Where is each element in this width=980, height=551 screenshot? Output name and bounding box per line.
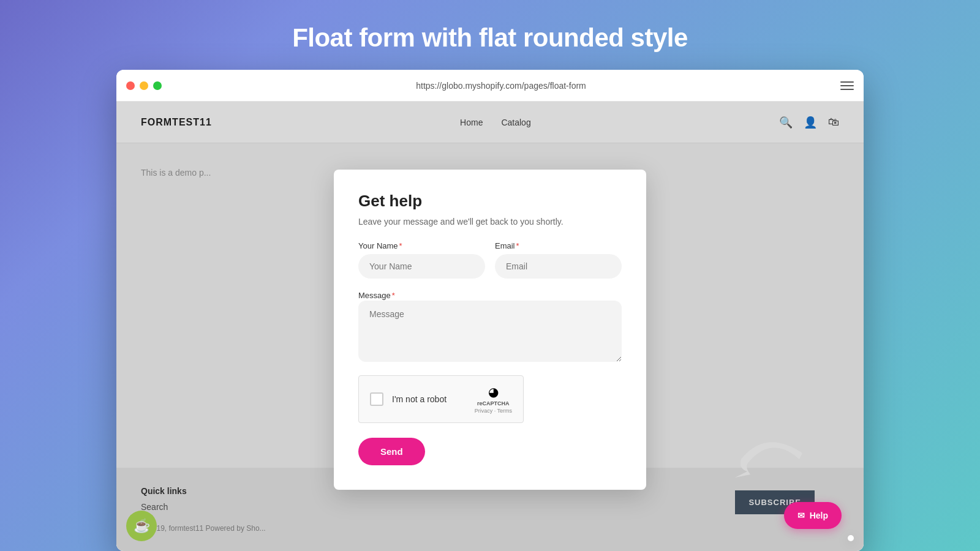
shopify-logo-glyph: ☕ — [134, 518, 150, 534]
name-input[interactable] — [358, 254, 485, 279]
help-button[interactable]: ✉ Help — [784, 502, 842, 529]
page-title: Float form with flat rounded style — [292, 23, 688, 53]
email-required-star: * — [516, 241, 519, 250]
help-button-wrapper: ✉ Help — [848, 535, 854, 541]
message-required-star: * — [392, 291, 395, 300]
traffic-light-green[interactable] — [153, 81, 162, 90]
name-label: Your Name* — [358, 241, 485, 250]
email-label: Email* — [495, 241, 622, 250]
send-button[interactable]: Send — [358, 438, 425, 465]
website-content: FORMTEST11 Home Catalog 🔍 👤 🛍 This is a … — [116, 102, 864, 551]
hamburger-line-1 — [840, 81, 854, 83]
recaptcha-logo: ◕ — [488, 384, 499, 399]
form-group-email: Email* — [495, 241, 622, 279]
captcha-label: I'm not a robot — [392, 394, 466, 404]
email-input[interactable] — [495, 254, 622, 279]
hamburger-icon[interactable] — [840, 81, 854, 90]
traffic-light-yellow[interactable] — [140, 81, 148, 90]
modal-title: Get help — [358, 192, 622, 211]
shopify-icon: ☕ — [126, 511, 157, 541]
captcha-area: I'm not a robot ◕ reCAPTCHA Privacy · Te… — [358, 375, 622, 423]
captcha-logo-area: ◕ reCAPTCHA Privacy · Terms — [475, 384, 512, 414]
form-name-email-row: Your Name* Email* — [358, 241, 622, 279]
captcha-links: Privacy · Terms — [475, 408, 512, 414]
captcha-brand: reCAPTCHA — [477, 400, 510, 407]
browser-window: https://globo.myshopify.com/pages/float-… — [116, 70, 864, 551]
hamburger-line-3 — [840, 89, 854, 90]
name-required-star: * — [399, 241, 402, 250]
traffic-lights — [126, 81, 162, 90]
address-bar[interactable]: https://globo.myshopify.com/pages/float-… — [169, 81, 833, 91]
hamburger-line-2 — [840, 85, 854, 86]
captcha-checkbox[interactable] — [370, 392, 383, 406]
mail-icon: ✉ — [797, 511, 805, 520]
captcha-box: I'm not a robot ◕ reCAPTCHA Privacy · Te… — [358, 375, 524, 423]
form-group-message: Message* — [358, 290, 622, 364]
browser-titlebar: https://globo.myshopify.com/pages/float-… — [116, 70, 864, 102]
message-textarea[interactable] — [358, 301, 622, 362]
help-label: Help — [810, 511, 828, 520]
modal-subtitle: Leave your message and we'll get back to… — [358, 217, 622, 227]
traffic-light-red[interactable] — [126, 81, 135, 90]
help-modal: Get help Leave your message and we'll ge… — [334, 170, 646, 490]
modal-overlay: Get help Leave your message and we'll ge… — [116, 102, 864, 551]
message-label: Message* — [358, 291, 395, 300]
form-group-name: Your Name* — [358, 241, 485, 279]
